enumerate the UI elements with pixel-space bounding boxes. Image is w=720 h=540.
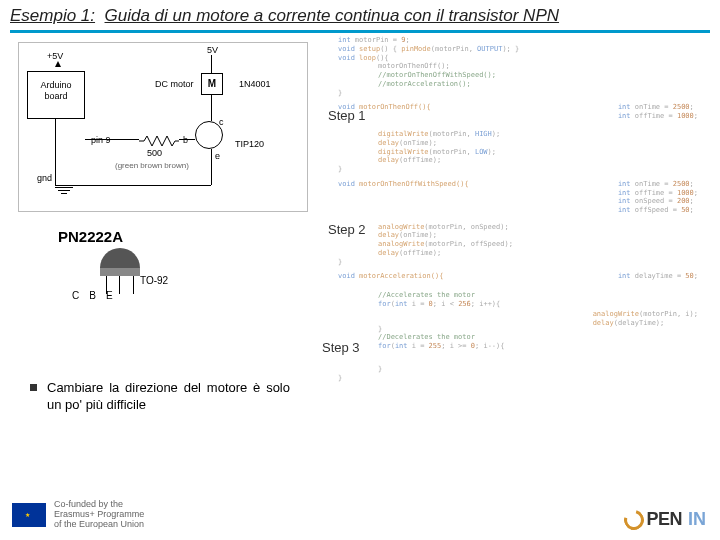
footer-left: Co-funded by the Erasmus+ Programme of t… xyxy=(12,500,144,530)
title-underline xyxy=(10,30,710,33)
pin9-label: pin 9 xyxy=(91,135,111,145)
circuit-diagram: +5V Arduino board pin 9 gnd 500 (green b… xyxy=(18,42,308,212)
diode-label: 1N4001 xyxy=(239,79,271,89)
resistor-value: 500 xyxy=(147,148,162,158)
tip120-label: TIP120 xyxy=(235,139,264,149)
pin-labels: C B E xyxy=(72,290,113,301)
to92-icon xyxy=(100,248,140,294)
arduino-board-box: Arduino board xyxy=(27,71,85,119)
resistor-colors: (green brown brown) xyxy=(115,161,189,170)
emitter-label: e xyxy=(215,151,220,161)
footer-logo: PEN IN xyxy=(624,509,706,530)
bullet-point: Cambiare la direzione del motore è solo … xyxy=(30,380,290,414)
eu-flag-icon xyxy=(12,503,46,527)
label-5v-top: 5V xyxy=(207,45,218,55)
slide-title-bar: Esempio 1: Guida di un motore a corrente… xyxy=(0,0,720,28)
dc-motor-label: DC motor xyxy=(155,79,194,89)
npn-transistor-icon xyxy=(195,121,223,149)
package-label: TO-92 xyxy=(140,275,168,286)
transistor-figure: PN2222A xyxy=(58,228,298,251)
code-listing: Step 1 Step 2 Step 3 int motorPin = 9; v… xyxy=(328,36,708,388)
open-o-icon xyxy=(621,506,648,533)
resistor-icon xyxy=(139,136,179,146)
cofund-text: Co-funded by the Erasmus+ Programme of t… xyxy=(54,500,144,530)
label-5v-left: +5V xyxy=(47,51,63,61)
bullet-text: Cambiare la direzione del motore è solo … xyxy=(47,380,290,414)
ground-icon xyxy=(55,185,73,196)
gnd-label: gnd xyxy=(37,173,52,183)
arrow-icon xyxy=(55,61,61,67)
transistor-name: PN2222A xyxy=(58,228,298,245)
base-label: b xyxy=(183,135,188,145)
slide-title: Esempio 1: Guida di un motore a corrente… xyxy=(10,6,710,26)
bullet-icon xyxy=(30,384,37,391)
motor-symbol: M xyxy=(201,73,223,95)
